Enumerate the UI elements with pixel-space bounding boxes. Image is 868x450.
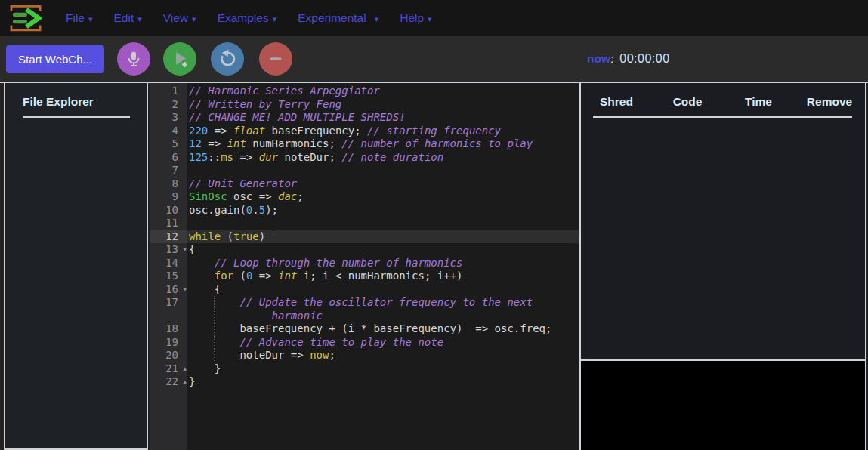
token-p: baseFrequency + (i * baseFrequency) => o… [189,322,551,334]
code-line[interactable]: 10osc.gain(0.5); [150,204,579,217]
shred-column-time: Time [723,95,794,109]
code-line[interactable]: 14 // Loop through the number of harmoni… [150,257,579,270]
right-panel: ShredCodeTimeRemove [581,83,865,450]
shred-table: ShredCodeTimeRemove [581,83,865,359]
token-p: i; i < numHarmonics; i++) [297,270,462,282]
replace-shred-button[interactable] [211,42,244,76]
code-line[interactable]: 8// Unit Generator [150,177,579,191]
play-shred-button[interactable] [163,42,196,76]
token-p: => [233,151,259,163]
token-p: ; [329,349,335,361]
token-t: int [227,137,246,149]
code-line[interactable]: 15 for (0 => int i; i < numHarmonics; i+… [150,270,579,283]
code-line[interactable]: 9SinOsc osc => dac; [150,190,579,204]
token-p: noteDur; [278,151,341,163]
token-k: while [189,230,221,242]
token-p: } [189,375,195,387]
now-colon: : [610,52,613,66]
text-cursor [273,231,274,242]
menu-label: Examples [218,11,269,25]
line-number: 11 [150,217,187,230]
token-p: => [202,137,227,149]
code-line[interactable]: 512 => int numHarmonics; // number of ha… [150,137,579,151]
replay-icon [218,49,237,69]
menu-help[interactable]: Help▾ [389,11,442,25]
microphone-button[interactable] [117,42,150,76]
line-number: 20 [150,349,187,362]
code-line[interactable]: harmonic [150,310,579,323]
file-explorer-title: File Explorer [5,83,147,109]
line-number: 21▴ [150,362,187,376]
code-line[interactable]: 7 [150,164,579,177]
line-number: 14 [150,257,187,270]
fold-end-icon[interactable]: ▴ [183,375,187,389]
code-text: // Loop through the number of harmonics [187,257,579,270]
menu-view[interactable]: View▾ [153,11,207,25]
token-p: ( [233,270,246,282]
code-line[interactable]: 1// Harmonic Series Arpeggiator [150,85,579,98]
fold-end-icon[interactable]: ▴ [183,362,187,376]
token-c: // Advance time to play the note [239,336,443,348]
token-p: osc.gain( [189,204,246,216]
line-number: 10 [150,204,187,217]
code-text: for (0 => int i; i < numHarmonics; i++) [187,270,579,283]
menu-experimental[interactable]: Experimental▾ [287,11,389,25]
code-line[interactable]: 21▴ } [150,362,579,376]
line-number: 22▴ [150,375,187,389]
token-c: // note duration [341,151,443,163]
code-line[interactable]: 2// Written by Terry Feng [150,98,579,112]
code-text [187,217,579,230]
microphone-icon [125,50,143,68]
code-line[interactable]: 12while (true) [150,230,579,244]
token-t: dac [278,190,297,202]
code-line[interactable]: 18 baseFrequency + (i * baseFrequency) =… [150,322,579,336]
token-c: // Loop through the number of harmonics [215,257,463,269]
token-k: true [233,230,259,242]
visualizer-canvas [581,361,865,450]
code-text: // Written by Terry Feng [187,98,579,112]
token-k: ms [221,151,233,163]
line-number: 4 [150,125,187,138]
code-editor[interactable]: 1// Harmonic Series Arpeggiator2// Writt… [150,83,579,450]
line-number: 3 [150,111,187,125]
code-line[interactable]: 4220 => float baseFrequency; // starting… [150,125,579,138]
line-number: 9 [150,190,187,204]
code-line[interactable]: 20 noteDur => now; [150,349,579,362]
token-p: numHarmonics; [246,137,341,149]
remove-shred-button[interactable] [259,42,292,76]
token-p: ); [265,204,278,216]
code-line[interactable]: 6125::ms => dur noteDur; // note duratio… [150,151,579,165]
caret-down-icon: ▾ [137,14,142,24]
code-text: SinOsc osc => dac; [187,190,579,204]
token-t: float [233,125,265,137]
start-webchuck-button[interactable]: Start WebCh... [6,45,104,73]
line-number: 5 [150,137,187,151]
code-line[interactable]: 17 // Update the oscillator frequency to… [150,296,579,310]
code-line[interactable]: 16▾ { [150,283,579,297]
fold-open-icon[interactable]: ▾ [183,243,187,257]
shred-table-divider [593,116,852,118]
menu-label: Help [400,11,424,25]
token-k: for [215,270,233,282]
line-number: 19 [150,336,187,350]
menu-edit[interactable]: Edit▾ [103,11,153,25]
line-number: 16▾ [150,283,187,297]
token-n: 125 [189,151,208,163]
menu-examples[interactable]: Examples▾ [207,11,288,25]
token-p: { [189,243,195,255]
code-line[interactable]: 3// CHANGE ME! ADD MULTIPLE SHREDS! [150,111,579,125]
token-p: ; [297,190,303,202]
play-add-icon [170,49,190,69]
fold-open-icon[interactable]: ▾ [183,283,187,297]
code-line[interactable]: 13▾{ [150,243,579,257]
line-number: 15 [150,270,187,283]
now-time-value: 00:00:00 [619,52,669,66]
menu-file[interactable]: File▾ [55,11,103,25]
code-line[interactable]: 22▴} [150,375,579,389]
code-line[interactable]: 11 [150,217,579,230]
code-line[interactable]: 19 // Advance time to play the note [150,336,579,350]
menu-label: File [66,11,85,25]
menubar: File▾Edit▾View▾Examples▾Experimental▾Hel… [0,0,868,36]
caret-down-icon: ▾ [375,14,379,24]
line-number: 18 [150,322,187,336]
